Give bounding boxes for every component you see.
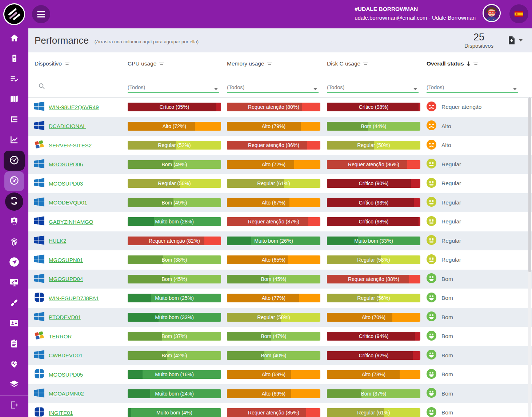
- device-count-number: 25: [464, 32, 493, 42]
- device-link[interactable]: INGITE01: [49, 410, 73, 416]
- status-label: Regular: [441, 218, 461, 225]
- memory-usage-badge: Regular (61%): [227, 179, 320, 188]
- filter-icon[interactable]: [473, 62, 479, 66]
- device-link[interactable]: GABYZINHAMGO: [49, 219, 93, 225]
- disk-usage-cell: Crítico (98%): [327, 217, 427, 226]
- group-by-hint: (Arrastra una columna aquí para agrupar …: [95, 39, 199, 44]
- usage-text: Bom (38%): [128, 255, 221, 264]
- column-header-cpu[interactable]: CPU usage: [128, 60, 227, 67]
- cpu-usage-cell: Bom (49%): [128, 160, 227, 169]
- cpu-usage-cell: Regular (52%): [128, 141, 227, 150]
- device-link[interactable]: HULK2: [49, 238, 66, 244]
- brand-logo-icon: [3, 3, 25, 25]
- cpu-usage-badge: Bom (45%): [128, 275, 221, 283]
- usage-text: Regular (58%): [327, 255, 420, 264]
- overall-status-cell: Bom: [427, 369, 532, 380]
- sidebar-item-dashboard[interactable]: [0, 151, 28, 171]
- cpu-usage-badge: Bom (42%): [128, 351, 221, 360]
- sidebar-item-performance[interactable]: [0, 171, 28, 191]
- filter-icon[interactable]: [64, 62, 70, 66]
- filter-icon[interactable]: [159, 62, 164, 66]
- table-body: WIN-98UE2Q6VR49Crítico (95%)Requer atenç…: [28, 98, 532, 417]
- usage-text: Crítico (94%): [327, 332, 420, 341]
- device-link[interactable]: MGOSUPD04: [49, 276, 83, 282]
- dashboard-icon: [9, 155, 19, 167]
- table-row: WIN-98UE2Q6VR49Crítico (95%)Requer atenç…: [28, 98, 532, 117]
- performance-icon: [9, 175, 19, 187]
- sidebar-item-contacts[interactable]: [0, 314, 28, 334]
- disk-usage-cell: Regular (58%): [327, 255, 427, 264]
- scrollbar-thumb[interactable]: [528, 98, 531, 272]
- export-button[interactable]: [508, 36, 523, 45]
- sidebar-item-audit-list[interactable]: [0, 69, 28, 90]
- language-button[interactable]: [509, 4, 528, 23]
- cpu-usage-badge: Regular (52%): [128, 141, 221, 150]
- filter-icon[interactable]: [363, 62, 368, 66]
- sidebar-item-home[interactable]: [0, 28, 28, 49]
- page-title: Performance: [35, 35, 89, 46]
- overall-status-cell: Regular: [427, 235, 532, 246]
- memory-usage-cell: Alto (79%): [227, 122, 327, 131]
- memory-usage-cell: Regular (61%): [227, 179, 327, 188]
- sidebar-item-connections[interactable]: [0, 293, 28, 314]
- sidebar-item-clipboard[interactable]: [0, 334, 28, 354]
- device-link[interactable]: MGOADMN02: [49, 390, 84, 397]
- menu-toggle-button[interactable]: [32, 5, 50, 23]
- memory-filter-dropdown[interactable]: (Todos): [227, 84, 319, 93]
- device-link[interactable]: PTODEVD01: [49, 314, 81, 320]
- cpu-usage-cell: Requer atenção (82%): [128, 237, 227, 245]
- memory-usage-cell: Alto (69%): [227, 389, 327, 398]
- scrollbar[interactable]: [528, 98, 531, 417]
- send-icon: [9, 257, 19, 269]
- device-link[interactable]: TERROR: [49, 333, 72, 339]
- windows-os-icon: [34, 292, 45, 304]
- device-link[interactable]: MGOSUPD03: [49, 180, 83, 187]
- disk-usage-badge: Crítico (98%): [327, 217, 420, 226]
- overall-status-cell: Regular: [427, 254, 532, 266]
- device-link[interactable]: MGOSUPN01: [49, 257, 83, 263]
- status-label: Regular: [441, 257, 461, 263]
- device-search-field[interactable]: [28, 79, 128, 93]
- sidebar-item-reports[interactable]: [0, 110, 28, 130]
- column-header-overall[interactable]: Overall status: [427, 60, 532, 67]
- usage-text: Bom (45%): [227, 275, 320, 283]
- device-link[interactable]: MGOSUPD06: [49, 161, 83, 167]
- sidebar-item-security[interactable]: [0, 212, 28, 232]
- device-link[interactable]: DCADICIONAL: [49, 123, 86, 129]
- status-face-icon: [427, 178, 436, 189]
- device-link[interactable]: MGODEVQD01: [49, 199, 87, 206]
- security-icon: [9, 217, 19, 227]
- device-cell: PTODEVD01: [28, 311, 128, 323]
- disk-usage-cell: Crítico (94%): [327, 332, 427, 341]
- device-link[interactable]: WIN-FGUPD7J8PA1: [49, 295, 99, 301]
- disk-usage-badge: Regular (56%): [327, 294, 420, 302]
- sidebar-item-logout[interactable]: [0, 395, 28, 416]
- memory-usage-badge: Requer atenção (86%): [227, 141, 320, 150]
- overall-filter-dropdown[interactable]: (Todos): [427, 84, 518, 93]
- sidebar-item-sync[interactable]: [0, 191, 28, 212]
- cpu-filter-dropdown[interactable]: (Todos): [128, 84, 219, 93]
- account-name: #UDALE BORROWMAN: [355, 5, 476, 13]
- device-link[interactable]: SERVER-SITES2: [49, 142, 92, 148]
- device-link[interactable]: MGOSUPD05: [49, 372, 83, 378]
- device-link[interactable]: WIN-98UE2Q6VR49: [49, 104, 99, 110]
- sidebar-item-fingerprint[interactable]: [0, 232, 28, 253]
- column-header-device[interactable]: Dispositivo: [28, 60, 128, 67]
- sidebar-item-remote-desktop[interactable]: [0, 273, 28, 293]
- cpu-usage-badge: Bom (37%): [128, 332, 221, 341]
- sidebar-item-health[interactable]: [0, 354, 28, 375]
- sidebar-item-send[interactable]: [0, 253, 28, 273]
- sidebar-item-devices[interactable]: [0, 49, 28, 69]
- device-link[interactable]: CWBDEVD01: [49, 352, 83, 358]
- memory-usage-cell: Bom (45%): [227, 275, 327, 283]
- sidebar-item-analytics[interactable]: [0, 130, 28, 151]
- sidebar-item-layers[interactable]: [0, 375, 28, 395]
- memory-usage-cell: Bom (40%): [227, 351, 327, 360]
- avatar[interactable]: [483, 4, 501, 22]
- column-header-disk[interactable]: Disk C usage: [327, 60, 427, 67]
- column-header-memory[interactable]: Memory usage: [227, 60, 327, 67]
- sidebar-item-map[interactable]: [0, 90, 28, 110]
- disk-filter-dropdown[interactable]: (Todos): [327, 84, 419, 93]
- app-logo[interactable]: [0, 0, 28, 28]
- filter-icon[interactable]: [267, 62, 272, 66]
